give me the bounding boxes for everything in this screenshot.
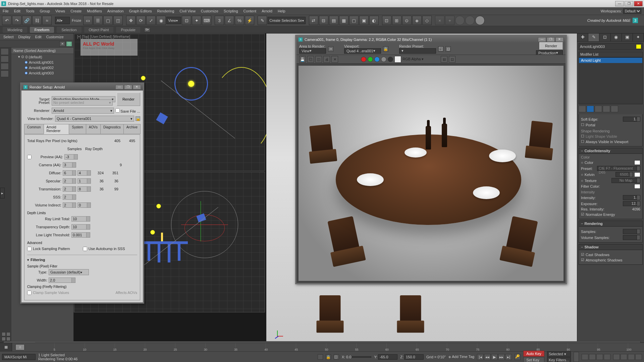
se-node-3[interactable]: ArnoldLight003 xyxy=(29,71,54,75)
rs-trans-s[interactable]: 2 xyxy=(63,186,76,192)
named-sel-set[interactable]: Create Selection Se ▾ xyxy=(268,17,306,24)
rfw-copy[interactable]: ⿻ xyxy=(307,56,314,63)
rfw-print[interactable]: 🖨 xyxy=(323,56,330,63)
texture-radio[interactable] xyxy=(581,179,583,183)
menu-group[interactable]: Group xyxy=(40,9,50,13)
rfw-preset-dd[interactable]: ▾ xyxy=(399,48,436,54)
menu-views[interactable]: Views xyxy=(55,9,65,13)
redo-button[interactable]: ↷ xyxy=(12,16,21,25)
nav-pan[interactable] xyxy=(582,354,588,360)
se-header[interactable]: Name (Sorted Ascending) xyxy=(13,49,56,53)
se-menu-display[interactable]: Display xyxy=(18,35,31,39)
rfw-r-channel[interactable] xyxy=(361,57,366,62)
time-slider[interactable]: 0 xyxy=(15,344,25,350)
kelvin-input[interactable]: 6500.0 xyxy=(615,172,633,177)
rs-vol-d[interactable]: 0 xyxy=(77,202,91,208)
show-end[interactable] xyxy=(587,106,594,112)
menu-scripting[interactable]: Scripting xyxy=(224,9,238,13)
se-node-2[interactable]: ArnoldLight002 xyxy=(29,66,54,70)
minimize-button[interactable]: — xyxy=(615,1,624,6)
rfw-close[interactable]: ✕ xyxy=(555,37,564,42)
texture-btn[interactable]: No Map xyxy=(611,178,640,183)
shadow-h[interactable]: Shadow xyxy=(584,245,598,249)
make-unique[interactable] xyxy=(595,106,602,112)
volume-samples-input[interactable]: 2 xyxy=(623,235,640,240)
close-button[interactable]: ✕ xyxy=(634,1,643,6)
nav-fov[interactable] xyxy=(596,354,603,360)
color-radio[interactable] xyxy=(581,161,583,165)
time-config[interactable] xyxy=(574,352,579,362)
rs-lock-view[interactable]: 🔒 xyxy=(136,116,140,121)
se-filter-3[interactable] xyxy=(1,63,9,70)
lock-selection[interactable]: 🔒 xyxy=(326,354,331,360)
nav-zoom[interactable] xyxy=(589,354,596,360)
portal-check[interactable] xyxy=(581,123,584,127)
render-activeshade[interactable]: ◇ xyxy=(422,16,432,25)
pin-stack[interactable] xyxy=(579,106,586,112)
cmd-tab-utilities[interactable]: ✦ xyxy=(633,34,644,41)
color-swatch[interactable] xyxy=(634,160,640,165)
rfw-vp-dd[interactable]: Quad 4 ..era001 ▾ xyxy=(344,48,381,54)
rs-view-dd[interactable]: Quad 4 - Camera001▾ xyxy=(55,116,134,122)
rs-spec-s[interactable]: 2 xyxy=(63,178,76,184)
key-filters-btn[interactable]: Key Filters... xyxy=(547,357,571,362)
remove-mod[interactable] xyxy=(603,106,610,112)
percent-snap[interactable]: % xyxy=(235,16,244,25)
rfw-clear[interactable]: ✕ xyxy=(331,56,338,63)
menu-arnold[interactable]: Arnold xyxy=(262,9,272,13)
rs-diffuse-d[interactable]: 4 xyxy=(77,170,91,176)
kelvin-swatch[interactable] xyxy=(634,172,640,177)
menu-file[interactable]: File xyxy=(3,9,9,13)
timeline[interactable]: ▦ 0 510152025303540455055606570758085909… xyxy=(0,343,644,351)
rs-preview-check[interactable] xyxy=(27,155,32,159)
rs-close[interactable]: ✕ xyxy=(133,85,141,89)
se-menu-customize[interactable]: Customize xyxy=(46,35,64,39)
menu-edit[interactable]: Edit xyxy=(14,9,20,13)
prompt-expand[interactable] xyxy=(318,354,323,360)
samples-input[interactable]: 5 xyxy=(623,229,640,234)
rs-max[interactable]: ❐ xyxy=(124,85,132,89)
mirror-button[interactable]: ⇄ xyxy=(309,16,318,25)
keyboard-shortcut[interactable]: ⌨ xyxy=(202,16,211,25)
align-button[interactable]: ⊟ xyxy=(319,16,328,25)
rfw-max[interactable]: ❐ xyxy=(547,37,555,42)
intensity-input[interactable]: 1.0 xyxy=(623,195,640,200)
menu-customize[interactable]: Customize xyxy=(201,9,218,13)
rs-lock-check[interactable] xyxy=(27,247,32,251)
kelvin-radio[interactable] xyxy=(581,173,583,177)
manipulate-button[interactable]: ✦ xyxy=(192,16,201,25)
light-shape-check[interactable] xyxy=(581,134,584,138)
ribbon-tab-selection[interactable]: Selection xyxy=(57,27,81,33)
rs-raylimit[interactable]: 10 xyxy=(71,216,90,222)
nav-zoomall[interactable] xyxy=(604,354,610,360)
x-input[interactable] xyxy=(352,356,371,358)
rs-diffuse-s[interactable]: 6 xyxy=(63,170,76,176)
render-prod[interactable]: ⊙ xyxy=(402,16,412,25)
rfw-save[interactable]: 💾 xyxy=(299,56,306,63)
object-color-swatch[interactable] xyxy=(636,44,641,49)
ribbon-collapse[interactable]: ⧉▾ xyxy=(144,27,150,32)
auto-key-button[interactable]: Auto Key xyxy=(523,351,544,357)
menu-content[interactable]: Content xyxy=(244,9,257,13)
se-close-btn[interactable]: ✕ xyxy=(59,41,65,47)
se-filter-2[interactable] xyxy=(1,56,9,62)
abs-rel[interactable]: ◫ xyxy=(334,354,339,360)
bind-button[interactable]: ≈ xyxy=(42,16,52,25)
rs-tab-aovs[interactable]: AOVs xyxy=(86,124,101,134)
next-frame[interactable]: ▸▸ xyxy=(498,354,505,360)
nav-walk[interactable] xyxy=(628,354,635,360)
se-filter-btn[interactable]: ▽ xyxy=(66,41,72,47)
cmd-tab-modify[interactable]: ✎ xyxy=(588,34,599,41)
select-rect[interactable]: ▢ xyxy=(103,16,113,25)
rfw-setup[interactable]: ⿹ xyxy=(438,46,443,52)
maxscript-listener[interactable]: MAXScript Mi xyxy=(2,354,36,360)
rs-autobump-check[interactable] xyxy=(83,247,87,251)
menu-help[interactable]: Help xyxy=(278,9,285,13)
pivot-button[interactable]: ⊡ xyxy=(182,16,191,25)
object-name[interactable]: ArnoldLight003 xyxy=(580,45,605,49)
rfw-mono[interactable] xyxy=(388,57,393,62)
rfw-area-edit[interactable]: ✂ xyxy=(328,46,333,52)
modifier-stack[interactable]: Arnold Light xyxy=(579,57,643,104)
rs-clamp-check[interactable] xyxy=(27,291,32,295)
se-menu-edit[interactable]: Edit xyxy=(35,35,42,39)
